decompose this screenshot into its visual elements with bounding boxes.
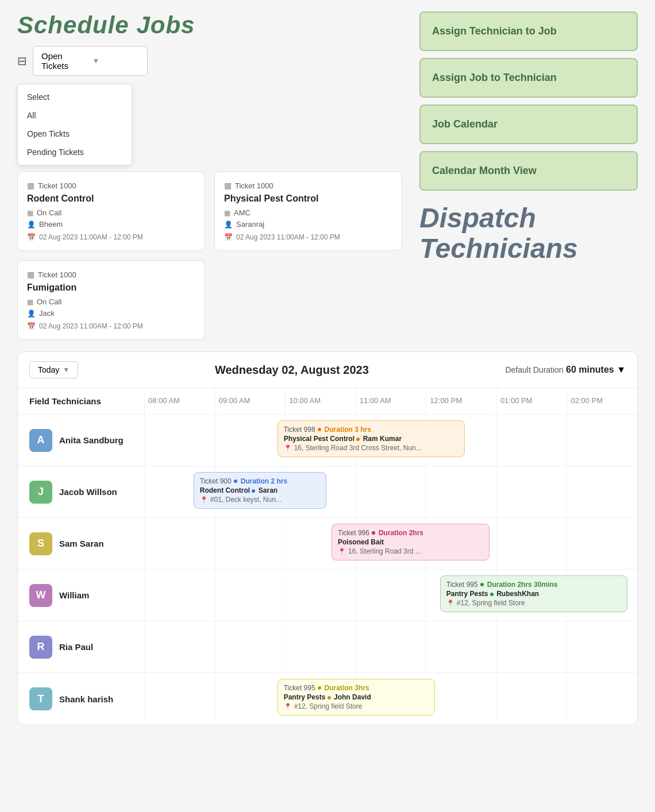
avatar-ria: R — [29, 636, 52, 659]
filter-option-select[interactable]: Select — [18, 88, 132, 106]
job-ticket-id: Ticket 995 Duration 2hrs 30mins — [446, 581, 621, 589]
tech-name: Jack — [39, 309, 55, 318]
tech-cell-shank: T Shank harish — [18, 673, 144, 725]
timeline-shank: Ticket 995 Duration 3hrs Pantry Pests Jo… — [144, 673, 637, 725]
filter-option-pending[interactable]: Pending Tickets — [18, 143, 132, 161]
calendar-icon: 📅 — [27, 322, 36, 330]
ticket-icon: ▦ — [27, 270, 34, 279]
tech-name-shank: Shank harish — [59, 694, 113, 704]
ticket-contract: ▦ On Call — [27, 208, 195, 217]
filter-option-open[interactable]: Open Tickts — [18, 125, 132, 143]
tech-cell-jacob: J Jacob Willson — [18, 466, 144, 517]
avatar-sam: S — [29, 532, 52, 555]
ticket-service: Rodent Control — [27, 194, 195, 204]
job-ticket-id: Ticket 998 Duration 3 hrs — [284, 426, 458, 434]
timeline-ria — [144, 621, 637, 672]
contract-icon: ▦ — [27, 209, 33, 217]
contract-icon: ▦ — [27, 298, 33, 306]
assign-technician-to-job-button[interactable]: Assign Technician to Job — [419, 11, 638, 51]
chevron-down-icon: ▼ — [93, 57, 139, 65]
ticket-service: Fumigation — [27, 283, 195, 293]
dispatch-title: DispatchTechnicians — [419, 198, 638, 270]
time-slot-0800: 08:00 AM — [144, 388, 215, 414]
ticket-tech: 👤 Saranraj — [224, 220, 392, 229]
chevron-down-icon: ▼ — [63, 366, 70, 374]
ticket-tech: 👤 Bheem — [27, 220, 195, 229]
job-location: 📍 #12, Spring field Store — [446, 599, 621, 607]
calendar-icon: 📅 — [27, 233, 36, 241]
calendar-section: Today ▼ Wednesday 02, August 2023 Defaul… — [17, 351, 638, 725]
contract-value: On Call — [37, 297, 61, 306]
timeline-jacob: Ticket 900 Duration 2 hrs Rodent Control… — [144, 466, 637, 517]
job-service: Rodent Control Saran — [200, 486, 321, 494]
ticket-id: Ticket 1000 — [235, 181, 273, 190]
tech-name-anita: Anita Sandburg — [59, 435, 124, 445]
timeline-anita: Ticket 998 Duration 3 hrs Physical Pest … — [144, 415, 637, 466]
job-block-jacob-900[interactable]: Ticket 900 Duration 2 hrs Rodent Control… — [194, 472, 327, 509]
job-ticket-id: Ticket 996 Duration 2hrs — [338, 529, 483, 537]
timeline-sam: Ticket 996 Duration 2hrs Poisoned Bait 📍… — [144, 518, 637, 569]
ticket-contract: ▦ On Call — [27, 297, 195, 306]
ticket-number: ▦ Ticket 1000 — [224, 181, 392, 190]
dropdown-selected-value: Open Tickets — [41, 51, 88, 71]
datetime-value: 02 Aug 2023 11:00AM - 12:00 PM — [39, 322, 143, 330]
ticket-number: ▦ Ticket 1000 — [27, 270, 195, 279]
job-service: Physical Pest Control Ram Kumar — [284, 435, 458, 443]
tech-row-sam: S Sam Saran Ticket 996 Duration 2hrs Poi… — [18, 518, 637, 570]
filter-dropdown-menu: Select All Open Tickts Pending Tickets — [17, 84, 132, 165]
tech-row-shank: T Shank harish Ticket 995 Duration 3hrs … — [18, 673, 637, 725]
tech-row-ria: R Ria Paul — [18, 621, 637, 673]
duration-control[interactable]: Default Duration 60 minutes ▼ — [505, 365, 626, 375]
timeline-william: Ticket 995 Duration 2hrs 30mins Pantry P… — [144, 570, 637, 621]
job-block-anita-998[interactable]: Ticket 998 Duration 3 hrs Physical Pest … — [278, 420, 465, 457]
calendar-month-view-button[interactable]: Calendar Month View — [419, 151, 638, 191]
assign-job-to-technician-button[interactable]: Assign Job to Technician — [419, 58, 638, 98]
avatar-jacob: J — [29, 481, 52, 504]
time-slot-0900: 09:00 AM — [215, 388, 286, 414]
avatar-anita: A — [29, 429, 52, 452]
tech-row-william: W William Ticket 995 Duration 2hrs 30min… — [18, 570, 637, 621]
filter-option-all[interactable]: All — [18, 106, 132, 125]
tech-name-sam: Sam Saran — [59, 539, 104, 548]
time-slot-1000: 10:00 AM — [285, 388, 356, 414]
job-block-william-995[interactable]: Ticket 995 Duration 2hrs 30mins Pantry P… — [440, 575, 627, 612]
tech-cell-anita: A Anita Sandburg — [18, 415, 144, 466]
time-slot-1200: 12:00 PM — [426, 388, 496, 414]
today-button[interactable]: Today ▼ — [29, 361, 78, 378]
field-technicians-header: Field Technicians — [18, 388, 144, 414]
duration-label: Default Duration — [505, 365, 563, 374]
time-slot-0100: 01:00 PM — [496, 388, 567, 414]
ticket-service: Physical Pest Control — [224, 194, 392, 204]
ticket-number: ▦ Ticket 1000 — [27, 181, 195, 190]
tickets-grid: ▦ Ticket 1000 Rodent Control ▦ On Call 👤… — [17, 171, 402, 340]
ticket-datetime: 📅 02 Aug 2023 11:00AM - 12:00 PM — [27, 322, 195, 330]
tech-name-jacob: Jacob Willson — [59, 487, 117, 497]
chevron-down-icon: ▼ — [617, 365, 626, 374]
person-icon: 👤 — [27, 310, 36, 318]
person-icon: 👤 — [224, 221, 233, 229]
contract-value: On Call — [37, 208, 61, 217]
tech-cell-sam: S Sam Saran — [18, 518, 144, 569]
person-icon: 👤 — [27, 221, 36, 229]
contract-value: AMC — [234, 208, 251, 217]
job-service: Poisoned Bait — [338, 538, 483, 546]
page-title: Schedule Jobs — [17, 11, 402, 39]
filter-icon: ⊟ — [17, 54, 27, 68]
avatar-shank: T — [29, 687, 52, 710]
time-slot-0200: 02:00 PM — [567, 388, 637, 414]
ticket-card-physical: ▦ Ticket 1000 Physical Pest Control ▦ AM… — [214, 171, 402, 251]
tech-cell-william: W William — [18, 570, 144, 621]
ticket-icon: ▦ — [224, 181, 232, 190]
job-calendar-button[interactable]: Job Calendar — [419, 105, 638, 144]
job-location: 📍 16, Sterling Road 3rd ... — [338, 547, 483, 555]
job-block-shank-995[interactable]: Ticket 995 Duration 3hrs Pantry Pests Jo… — [278, 679, 436, 716]
ticket-id: Ticket 1000 — [38, 270, 76, 279]
open-tickets-dropdown[interactable]: Open Tickets ▼ — [33, 46, 148, 76]
ticket-datetime: 📅 02 Aug 2023 11:00AM - 12:00 PM — [27, 233, 195, 241]
duration-value: 60 minutes — [566, 365, 614, 374]
avatar-william: W — [29, 584, 52, 607]
ticket-contract: ▦ AMC — [224, 208, 392, 217]
job-block-sam-996[interactable]: Ticket 996 Duration 2hrs Poisoned Bait 📍… — [332, 524, 490, 560]
job-location: 📍 16, Sterling Road 3rd Cross Street, Nu… — [284, 444, 458, 452]
job-location: 📍 #01, Deck keyst, Nun... — [200, 496, 321, 504]
